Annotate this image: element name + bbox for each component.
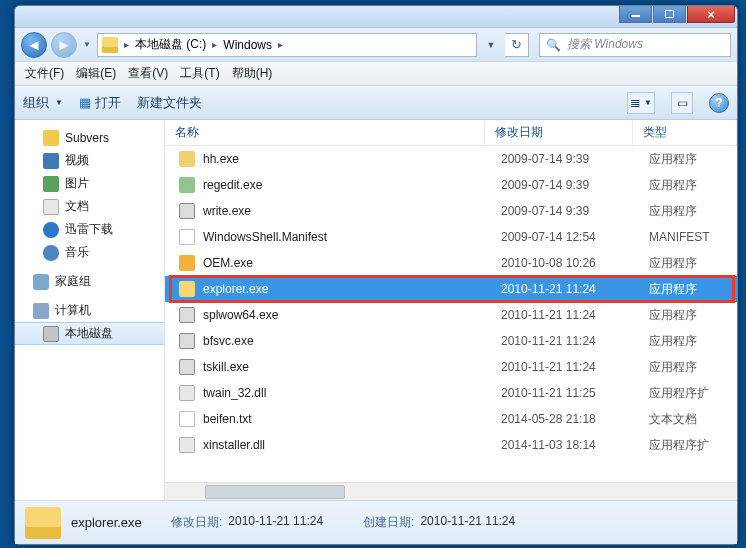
- file-name: beifen.txt: [203, 412, 501, 426]
- file-icon: [179, 203, 195, 219]
- titlebar: ×: [15, 6, 737, 28]
- tree-item-documents[interactable]: 文档: [15, 195, 164, 218]
- computer-icon: [33, 303, 49, 319]
- column-headers: 名称 修改日期 类型: [165, 120, 737, 146]
- file-row[interactable]: bfsvc.exe2010-11-21 11:24应用程序: [165, 328, 737, 354]
- view-mode-button[interactable]: ≣ ▼: [627, 92, 655, 114]
- file-date: 2009-07-14 12:54: [501, 230, 649, 244]
- file-row[interactable]: write.exe2009-07-14 9:39应用程序: [165, 198, 737, 224]
- tree-item-video[interactable]: 视频: [15, 149, 164, 172]
- column-name[interactable]: 名称: [165, 120, 485, 145]
- pictures-icon: [43, 176, 59, 192]
- search-input[interactable]: 🔍 搜索 Windows: [539, 33, 731, 57]
- file-row[interactable]: beifen.txt2014-05-28 21:18文本文档: [165, 406, 737, 432]
- tree-label: 音乐: [65, 244, 89, 261]
- tree-item-homegroup[interactable]: 家庭组: [15, 270, 164, 293]
- tree-item-localdisk[interactable]: 本地磁盘: [15, 322, 164, 345]
- file-row[interactable]: splwow64.exe2010-11-21 11:24应用程序: [165, 302, 737, 328]
- menu-file[interactable]: 文件(F): [25, 65, 64, 82]
- forward-button[interactable]: ►: [51, 32, 77, 58]
- menu-tools[interactable]: 工具(T): [180, 65, 219, 82]
- file-row[interactable]: xinstaller.dll2014-11-03 18:14应用程序扩: [165, 432, 737, 458]
- organize-label: 组织: [23, 94, 49, 112]
- menu-view[interactable]: 查看(V): [128, 65, 168, 82]
- disk-icon: [43, 326, 59, 342]
- column-type[interactable]: 类型: [633, 120, 737, 145]
- tree-item-xunlei[interactable]: 迅雷下载: [15, 218, 164, 241]
- file-type: MANIFEST: [649, 230, 737, 244]
- forward-arrow-icon: ►: [57, 36, 72, 53]
- new-folder-button[interactable]: 新建文件夹: [137, 94, 202, 112]
- tree-item-music[interactable]: 音乐: [15, 241, 164, 264]
- tree-label: 图片: [65, 175, 89, 192]
- file-row[interactable]: regedit.exe2009-07-14 9:39应用程序: [165, 172, 737, 198]
- maximize-button[interactable]: [653, 6, 686, 23]
- view-mode-icon: ≣: [630, 95, 641, 110]
- file-icon: [179, 437, 195, 453]
- nav-history-drop[interactable]: ▼: [81, 33, 93, 57]
- organize-button[interactable]: 组织 ▼: [23, 94, 63, 112]
- tree-item-computer[interactable]: 计算机: [15, 299, 164, 322]
- details-modified: 修改日期: 2010-11-21 11:24: [171, 514, 323, 531]
- breadcrumb-drive[interactable]: 本地磁盘 (C:): [135, 36, 206, 53]
- homegroup-icon: [33, 274, 49, 290]
- column-label: 名称: [175, 124, 199, 141]
- file-type: 应用程序: [649, 151, 737, 168]
- file-date: 2009-07-14 9:39: [501, 204, 649, 218]
- tree-label: 本地磁盘: [65, 325, 113, 342]
- breadcrumb-drop[interactable]: ▼: [481, 40, 501, 50]
- explorer-window: × ◄ ► ▼ ▸ 本地磁盘 (C:) ▸ Windows ▸ ▼ ↻ 🔍 搜索…: [14, 5, 738, 545]
- tree-item-pictures[interactable]: 图片: [15, 172, 164, 195]
- refresh-button[interactable]: ↻: [505, 33, 529, 57]
- drive-icon: [102, 37, 118, 53]
- minimize-button[interactable]: [619, 6, 652, 23]
- open-button[interactable]: ▦ 打开: [79, 94, 121, 112]
- breadcrumb-folder[interactable]: Windows: [223, 38, 272, 52]
- nav-tree: Subvers 视频 图片 文档 迅雷下载 音乐 家庭组 计算机 本地磁盘: [15, 120, 165, 500]
- tree-label: Subvers: [65, 131, 109, 145]
- file-type: 应用程序扩: [649, 437, 737, 454]
- file-name: OEM.exe: [203, 256, 501, 270]
- file-icon: [179, 151, 195, 167]
- file-icon: [179, 177, 195, 193]
- file-row[interactable]: OEM.exe2010-10-08 10:26应用程序: [165, 250, 737, 276]
- file-icon: [179, 307, 195, 323]
- menu-help[interactable]: 帮助(H): [232, 65, 273, 82]
- file-name: bfsvc.exe: [203, 334, 501, 348]
- open-label: 打开: [95, 94, 121, 112]
- file-name: write.exe: [203, 204, 501, 218]
- file-date: 2010-11-21 11:25: [501, 386, 649, 400]
- file-row[interactable]: WindowsShell.Manifest2009-07-14 12:54MAN…: [165, 224, 737, 250]
- breadcrumb-sep: ▸: [212, 39, 217, 50]
- column-date[interactable]: 修改日期: [485, 120, 633, 145]
- preview-pane-button[interactable]: ▭: [671, 92, 693, 114]
- scrollbar-thumb[interactable]: [205, 485, 345, 499]
- video-icon: [43, 153, 59, 169]
- help-button[interactable]: ?: [709, 93, 729, 113]
- documents-icon: [43, 199, 59, 215]
- horizontal-scrollbar[interactable]: [165, 482, 737, 500]
- file-row[interactable]: tskill.exe2010-11-21 11:24应用程序: [165, 354, 737, 380]
- file-type: 应用程序: [649, 281, 737, 298]
- file-row[interactable]: hh.exe2009-07-14 9:39应用程序: [165, 146, 737, 172]
- file-row[interactable]: explorer.exe2010-11-21 11:24应用程序: [165, 276, 737, 302]
- back-button[interactable]: ◄: [21, 32, 47, 58]
- file-date: 2014-11-03 18:14: [501, 438, 649, 452]
- file-date: 2010-11-21 11:24: [501, 334, 649, 348]
- file-icon: [179, 359, 195, 375]
- menu-edit[interactable]: 编辑(E): [76, 65, 116, 82]
- file-name: WindowsShell.Manifest: [203, 230, 501, 244]
- details-created-key: 创建日期:: [363, 514, 414, 531]
- breadcrumb-sep: ▸: [124, 39, 129, 50]
- toolbar: 组织 ▼ ▦ 打开 新建文件夹 ≣ ▼ ▭ ?: [15, 86, 737, 120]
- menubar: 文件(F) 编辑(E) 查看(V) 工具(T) 帮助(H): [15, 62, 737, 86]
- tree-item-subversion[interactable]: Subvers: [15, 126, 164, 149]
- breadcrumb[interactable]: ▸ 本地磁盘 (C:) ▸ Windows ▸: [97, 33, 477, 57]
- file-type: 应用程序: [649, 203, 737, 220]
- file-name: hh.exe: [203, 152, 501, 166]
- file-row[interactable]: twain_32.dll2010-11-21 11:25应用程序扩: [165, 380, 737, 406]
- file-icon: [179, 411, 195, 427]
- file-name: xinstaller.dll: [203, 438, 501, 452]
- close-button[interactable]: ×: [687, 6, 735, 23]
- file-icon: [179, 385, 195, 401]
